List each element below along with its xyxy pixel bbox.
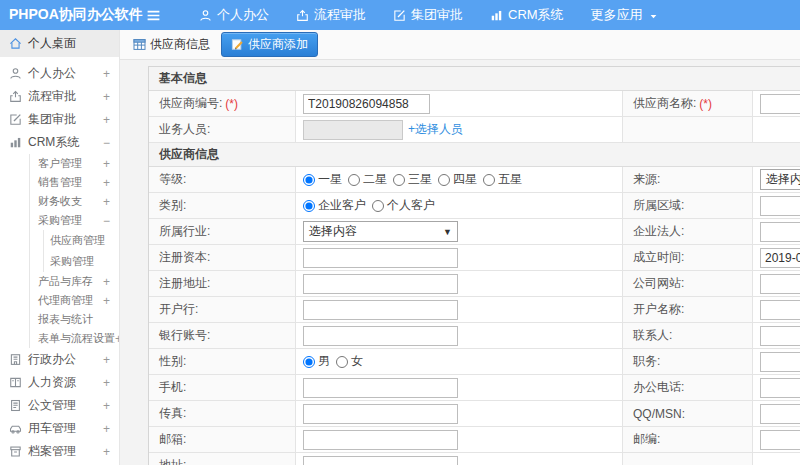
supplier-code-input[interactable] [303, 94, 430, 114]
sidebar-item-13[interactable]: 报表与统计 [0, 310, 119, 329]
expand-toggle-icon[interactable]: + [103, 295, 110, 307]
account-name-input[interactable] [760, 300, 800, 320]
nav-crm-system[interactable]: CRM系统 [490, 6, 564, 24]
sidebar-item-label: 集团审批 [28, 111, 76, 128]
grade-radio-group-input[interactable] [348, 174, 360, 186]
expand-toggle-icon[interactable]: + [103, 158, 110, 170]
nav-workflow-approval[interactable]: 流程审批 [296, 6, 366, 24]
radio-option[interactable]: 四星 [438, 171, 477, 188]
radio-option[interactable]: 五星 [483, 171, 522, 188]
qq-msn-input[interactable] [760, 404, 800, 424]
book-icon [9, 376, 22, 389]
address-input[interactable] [303, 456, 458, 465]
grade-radio-group-input[interactable] [483, 174, 495, 186]
sidebar-item-19[interactable]: 档案管理+ [0, 440, 119, 463]
business-person-input[interactable] [303, 120, 403, 140]
nav-personal-office[interactable]: 个人办公 [199, 6, 269, 24]
expand-toggle-icon[interactable]: + [103, 423, 110, 435]
sidebar-item-14[interactable]: 表单与流程设置+ [0, 329, 119, 348]
expand-toggle-icon[interactable]: + [103, 276, 110, 288]
expand-toggle-icon[interactable]: + [103, 196, 110, 208]
expand-toggle-icon[interactable]: + [103, 377, 110, 389]
founded-date-input[interactable] [760, 248, 800, 268]
expand-toggle-icon[interactable]: + [103, 400, 110, 412]
sidebar-item-3[interactable]: 集团审批+ [0, 108, 119, 131]
source-select[interactable]: 选择内容▼ [760, 169, 800, 190]
grade-radio-group-input[interactable] [438, 174, 450, 186]
select-person-link[interactable]: +选择人员 [408, 121, 463, 138]
radio-option[interactable]: 一星 [303, 171, 342, 188]
radio-option-label: 二星 [363, 171, 387, 188]
zip-input[interactable] [760, 430, 800, 450]
expand-toggle-icon[interactable]: + [103, 177, 110, 189]
sidebar-item-5[interactable]: 客户管理+ [0, 154, 119, 173]
industry-select[interactable]: 选择内容▼ [303, 221, 458, 242]
radio-option[interactable]: 二星 [348, 171, 387, 188]
field-cell: +选择人员 [296, 117, 623, 142]
expand-toggle-icon[interactable]: − [103, 215, 110, 227]
fax-input[interactable] [303, 404, 458, 424]
sidebar-item-6[interactable]: 销售管理+ [0, 173, 119, 192]
radio-option[interactable]: 男 [303, 353, 330, 370]
sidebar-item-0[interactable]: 个人桌面 [0, 30, 119, 57]
bank-account-input[interactable] [303, 326, 458, 346]
grade-radio-group-input[interactable] [303, 174, 315, 186]
tab-label: 供应商信息 [150, 36, 210, 53]
region-input[interactable] [760, 196, 800, 216]
field-cell [753, 245, 800, 270]
position-input[interactable] [760, 352, 800, 372]
sidebar-item-7[interactable]: 财务收支+ [0, 192, 119, 211]
sidebar-item-1[interactable]: 个人办公+ [0, 62, 119, 85]
sidebar-item-label: 公文管理 [28, 397, 76, 414]
expand-toggle-icon[interactable]: + [103, 68, 110, 80]
supplier-name-input[interactable] [760, 94, 800, 114]
radio-option[interactable]: 个人客户 [372, 197, 435, 214]
radio-option[interactable]: 女 [336, 353, 363, 370]
bank-branch-input[interactable] [303, 300, 458, 320]
category-radio-group-input[interactable] [372, 200, 384, 212]
tab-supplier-info[interactable]: 供应商信息 [133, 36, 210, 53]
menu-icon[interactable] [146, 9, 161, 22]
supplier-add-form: 基本信息供应商编号:(*)供应商名称:(*)业务人员:+选择人员供应商信息等级:… [148, 66, 800, 465]
sidebar-item-16[interactable]: 人力资源+ [0, 371, 119, 394]
website-input[interactable] [760, 274, 800, 294]
sidebar-item-2[interactable]: 流程审批+ [0, 85, 119, 108]
mobile-input[interactable] [303, 378, 458, 398]
grade-radio-group-input[interactable] [393, 174, 405, 186]
expand-toggle-icon[interactable]: + [103, 91, 110, 103]
sidebar-item-label: 个人桌面 [28, 35, 76, 52]
category-radio-group-input[interactable] [303, 200, 315, 212]
field-label: 邮箱: [159, 431, 186, 448]
sidebar-item-4[interactable]: CRM系统− [0, 131, 119, 154]
tab-supplier-add[interactable]: 供应商添加 [221, 32, 318, 57]
office-phone-input[interactable] [760, 378, 800, 398]
expand-toggle-icon[interactable]: + [103, 446, 110, 458]
gender-radio-group-input[interactable] [336, 356, 348, 368]
gender-radio-group-input[interactable] [303, 356, 315, 368]
expand-toggle-icon[interactable]: + [103, 354, 110, 366]
sidebar-item-10[interactable]: 采购管理 [0, 251, 119, 272]
sidebar-item-11[interactable]: 产品与库存+ [0, 272, 119, 291]
expand-toggle-icon[interactable]: + [103, 114, 110, 126]
sidebar-item-15[interactable]: 行政办公+ [0, 348, 119, 371]
legal-person-input[interactable] [760, 222, 800, 242]
radio-option[interactable]: 企业客户 [303, 197, 366, 214]
contact-input[interactable] [760, 326, 800, 346]
sidebar-item-17[interactable]: 公文管理+ [0, 394, 119, 417]
user-icon [199, 9, 212, 22]
radio-option[interactable]: 三星 [393, 171, 432, 188]
registered-address-input[interactable] [303, 274, 458, 294]
nav-group-approval[interactable]: 集团审批 [393, 6, 463, 24]
nav-more-apps[interactable]: 更多应用 [591, 6, 658, 24]
email-input[interactable] [303, 430, 458, 450]
app-logo[interactable]: PHPOA协同办公软件 [0, 6, 128, 24]
sidebar-item-18[interactable]: 用车管理+ [0, 417, 119, 440]
field-cell [296, 401, 623, 426]
sidebar-item-9[interactable]: 供应商管理 [0, 230, 119, 251]
sidebar-item-12[interactable]: 代理商管理+ [0, 291, 119, 310]
registered-capital-input[interactable] [303, 248, 458, 268]
expand-toggle-icon[interactable]: − [103, 137, 110, 149]
field-label-cell: 所属区域: [623, 193, 753, 218]
sidebar-item-8[interactable]: 采购管理− [0, 211, 119, 230]
field-cell [753, 427, 800, 452]
